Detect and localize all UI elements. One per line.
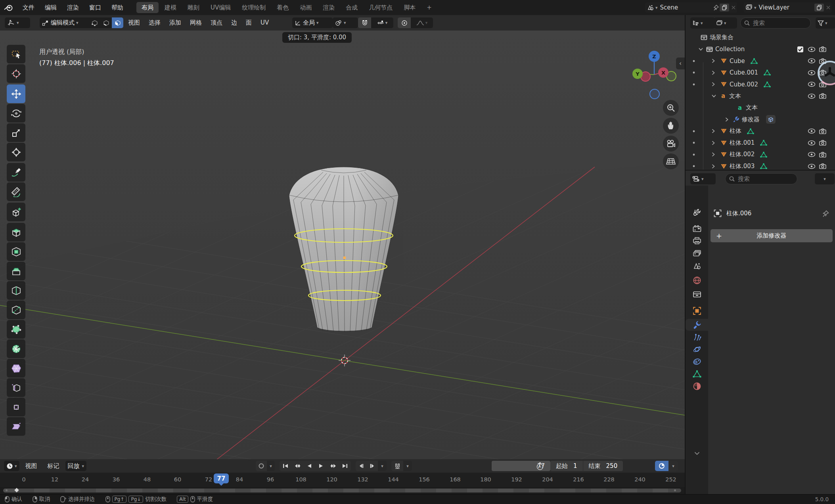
eye-icon[interactable] (808, 47, 816, 52)
pan-button[interactable] (663, 118, 679, 134)
menu-add[interactable]: 添加 (165, 15, 186, 31)
outliner-row-cube[interactable]: Cube (686, 55, 835, 67)
tool-cursor[interactable] (7, 64, 25, 83)
region-collapse-arrow[interactable]: ‹ (676, 57, 685, 69)
eye-icon[interactable] (808, 82, 816, 87)
add-workspace-button[interactable]: + (421, 2, 437, 13)
outliner-search[interactable] (740, 17, 811, 29)
tool-measure[interactable] (7, 182, 25, 201)
outliner-row-text-data[interactable]: a 文本 (686, 102, 835, 113)
timeline-menu-playback[interactable]: 回放 ▾ (65, 461, 87, 471)
row-label[interactable]: Collection (715, 46, 745, 53)
collapse-arrow-icon[interactable] (712, 94, 716, 98)
mesh-object[interactable] (289, 167, 398, 332)
editor-type-dropdown[interactable]: ▾ (5, 17, 30, 28)
outliner-row-cylinder-001[interactable]: 柱体.001 (686, 137, 835, 149)
tool-add-cube[interactable] (7, 203, 25, 221)
eye-icon[interactable] (808, 94, 816, 99)
tool-transform[interactable] (7, 143, 25, 161)
tab-compositing[interactable]: 合成 (341, 2, 363, 13)
camera-icon[interactable] (819, 93, 826, 99)
eye-icon[interactable] (808, 58, 816, 63)
scrollbar-right-handle[interactable] (674, 489, 676, 491)
tab-modeling[interactable]: 建模 (159, 2, 182, 13)
blender-logo[interactable] (0, 4, 17, 11)
outliner-row-cylinder[interactable]: 柱体 (686, 125, 835, 137)
tab-output[interactable] (686, 235, 708, 247)
menu-view[interactable]: 视图 (124, 15, 144, 31)
tab-physics[interactable] (686, 343, 708, 355)
tool-shear[interactable] (7, 417, 25, 436)
timeline-snap-dropdown[interactable]: ▾ (403, 461, 412, 471)
mode-dropdown[interactable]: 编辑模式 ▾ (40, 17, 91, 28)
row-label[interactable]: 柱体 (730, 127, 741, 135)
tabs-overflow-chevron[interactable] (686, 447, 708, 459)
eye-icon[interactable] (808, 152, 816, 157)
tool-scale[interactable] (7, 123, 25, 142)
view-layer-selector[interactable]: ▾ ViewLayer (744, 2, 832, 13)
properties-search[interactable] (725, 173, 797, 184)
properties-editor-dropdown[interactable]: ▾ (690, 173, 716, 184)
view-layer-name[interactable]: ViewLayer (756, 4, 814, 11)
breadcrumb-object-name[interactable]: 柱体.006 (726, 210, 751, 217)
tool-move[interactable] (7, 84, 25, 103)
tab-shading[interactable]: 着色 (272, 2, 294, 13)
camera-view-button[interactable] (663, 136, 679, 151)
outliner-row-cube-002[interactable]: Cube.002 (686, 79, 835, 90)
exclude-checkbox[interactable] (797, 46, 804, 53)
row-label[interactable]: 场景集合 (710, 34, 733, 41)
menu-face[interactable]: 面 (241, 15, 256, 31)
tool-inset-faces[interactable] (7, 242, 25, 261)
pin-icon[interactable] (713, 5, 719, 11)
ortho-grid-button[interactable] (663, 153, 679, 169)
properties-options-button[interactable]: ▾ (815, 173, 835, 184)
tool-spin[interactable] (7, 339, 25, 358)
row-label[interactable]: 柱体.002 (730, 151, 755, 158)
menu-edge[interactable]: 边 (227, 15, 241, 31)
transform-orientation-dropdown[interactable]: 全局 ▾ (292, 17, 333, 28)
frame-forward-button[interactable] (367, 461, 378, 471)
proportional-edit-toggle[interactable] (398, 17, 411, 28)
menu-uv[interactable]: UV (256, 15, 273, 31)
tool-bevel[interactable] (7, 262, 25, 280)
tab-constraints[interactable] (686, 356, 708, 368)
tool-rotate[interactable] (7, 104, 25, 123)
tab-view-layer[interactable] (686, 247, 708, 259)
tab-uv-editing[interactable]: UV编辑 (205, 2, 236, 13)
add-modifier-button[interactable]: + 添加修改器 (711, 229, 833, 242)
pin-icon[interactable] (822, 210, 829, 217)
row-label[interactable]: Cube (730, 57, 745, 65)
vertex-select-mode-button[interactable] (89, 17, 100, 28)
eye-icon[interactable] (808, 70, 816, 75)
scrollbar-left-handle[interactable] (6, 489, 8, 491)
tool-loop-cut[interactable] (7, 281, 25, 300)
row-label[interactable]: Cube.001 (730, 69, 758, 76)
tool-annotate[interactable] (7, 163, 25, 182)
tab-object-data[interactable] (686, 368, 708, 380)
snap-target-dropdown[interactable]: ▾ (371, 17, 393, 28)
unlink-scene-icon[interactable] (730, 6, 737, 10)
eye-icon[interactable] (808, 164, 816, 169)
camera-icon[interactable] (819, 140, 826, 146)
row-label[interactable]: 柱体.003 (730, 163, 755, 170)
jump-to-end-button[interactable] (339, 461, 351, 471)
step-options-dropdown[interactable]: ▾ (378, 461, 387, 471)
pivot-point-dropdown[interactable]: ▾ (333, 17, 358, 28)
expand-arrow-icon[interactable] (712, 71, 715, 75)
row-label[interactable]: 柱体.001 (730, 139, 755, 147)
snap-toggle-button[interactable] (358, 17, 371, 28)
timeline-scrollbar[interactable] (3, 489, 681, 493)
camera-icon[interactable] (819, 163, 826, 169)
timeline-ruler[interactable]: 0 12 24 36 48 60 72 84 96 108 120 132 14… (0, 473, 685, 487)
tool-edge-slide[interactable] (7, 378, 25, 397)
tool-tweak-select[interactable] (7, 45, 25, 63)
timeline-snap-toggle[interactable] (391, 461, 403, 471)
jump-next-keyframe-button[interactable] (327, 461, 339, 471)
stopwatch-icon[interactable] (536, 462, 544, 470)
new-view-layer-button[interactable] (814, 4, 824, 11)
outliner-display-mode-dropdown[interactable]: ▾ (690, 17, 715, 29)
menu-select[interactable]: 选择 (144, 15, 165, 31)
falloff-dropdown[interactable]: ▾ (411, 17, 433, 28)
record-options-dropdown[interactable]: ▾ (267, 461, 275, 471)
jump-to-start-button[interactable] (280, 461, 291, 471)
